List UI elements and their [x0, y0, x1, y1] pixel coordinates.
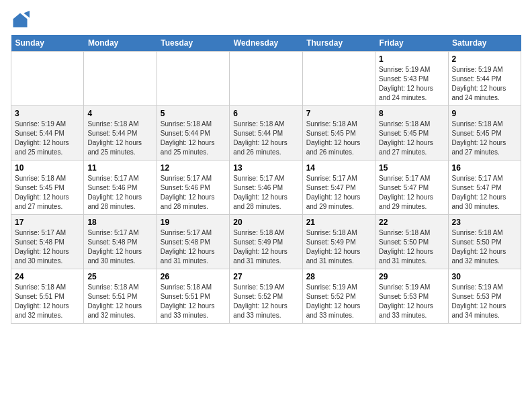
day-info: Sunrise: 5:18 AM Sunset: 5:49 PM Dayligh… [233, 228, 298, 266]
day-info: Sunrise: 5:18 AM Sunset: 5:51 PM Dayligh… [161, 283, 226, 320]
calendar-cell [11, 52, 84, 106]
day-number: 19 [161, 218, 226, 227]
calendar-cell: 13Sunrise: 5:17 AM Sunset: 5:46 PM Dayli… [230, 161, 302, 215]
day-info: Sunrise: 5:19 AM Sunset: 5:43 PM Dayligh… [379, 65, 444, 103]
day-info: Sunrise: 5:18 AM Sunset: 5:49 PM Dayligh… [306, 228, 371, 266]
day-number: 5 [161, 109, 226, 118]
calendar-cell [230, 52, 302, 106]
day-number: 26 [161, 272, 226, 281]
day-number: 12 [161, 163, 226, 173]
logo-icon [11, 11, 30, 30]
calendar-cell: 3Sunrise: 5:19 AM Sunset: 5:44 PM Daylig… [11, 106, 84, 161]
day-info: Sunrise: 5:18 AM Sunset: 5:45 PM Dayligh… [452, 120, 517, 157]
calendar-cell: 6Sunrise: 5:18 AM Sunset: 5:44 PM Daylig… [230, 106, 302, 161]
day-number: 27 [233, 272, 298, 281]
calendar-cell: 12Sunrise: 5:17 AM Sunset: 5:46 PM Dayli… [157, 161, 229, 215]
calendar-header: SundayMondayTuesdayWednesdayThursdayFrid… [11, 35, 521, 52]
day-number: 8 [379, 109, 444, 118]
calendar-cell: 18Sunrise: 5:17 AM Sunset: 5:48 PM Dayli… [84, 215, 157, 269]
day-number: 16 [452, 163, 517, 173]
day-info: Sunrise: 5:19 AM Sunset: 5:53 PM Dayligh… [452, 283, 517, 320]
day-info: Sunrise: 5:17 AM Sunset: 5:47 PM Dayligh… [452, 174, 517, 212]
weekday-header: Wednesday [230, 35, 302, 52]
day-info: Sunrise: 5:19 AM Sunset: 5:53 PM Dayligh… [379, 283, 444, 320]
weekday-header: Thursday [302, 35, 375, 52]
day-number: 13 [233, 163, 298, 173]
calendar-cell: 2Sunrise: 5:19 AM Sunset: 5:44 PM Daylig… [448, 52, 521, 106]
day-info: Sunrise: 5:18 AM Sunset: 5:44 PM Dayligh… [87, 120, 152, 157]
day-number: 22 [379, 218, 444, 227]
day-info: Sunrise: 5:18 AM Sunset: 5:44 PM Dayligh… [233, 120, 298, 157]
calendar-cell: 16Sunrise: 5:17 AM Sunset: 5:47 PM Dayli… [448, 161, 521, 215]
calendar-cell: 8Sunrise: 5:18 AM Sunset: 5:45 PM Daylig… [375, 106, 448, 161]
weekday-header: Tuesday [157, 35, 229, 52]
calendar-cell: 25Sunrise: 5:18 AM Sunset: 5:51 PM Dayli… [84, 269, 157, 324]
day-info: Sunrise: 5:18 AM Sunset: 5:45 PM Dayligh… [306, 120, 371, 157]
svg-marker-1 [24, 11, 30, 18]
day-number: 1 [379, 54, 444, 64]
calendar-cell: 1Sunrise: 5:19 AM Sunset: 5:43 PM Daylig… [375, 52, 448, 106]
day-info: Sunrise: 5:19 AM Sunset: 5:52 PM Dayligh… [233, 283, 298, 320]
day-info: Sunrise: 5:19 AM Sunset: 5:52 PM Dayligh… [306, 283, 371, 320]
day-info: Sunrise: 5:17 AM Sunset: 5:46 PM Dayligh… [87, 174, 152, 212]
day-info: Sunrise: 5:17 AM Sunset: 5:46 PM Dayligh… [233, 174, 298, 212]
day-info: Sunrise: 5:18 AM Sunset: 5:51 PM Dayligh… [87, 283, 152, 320]
day-info: Sunrise: 5:18 AM Sunset: 5:44 PM Dayligh… [161, 120, 226, 157]
day-number: 7 [306, 109, 371, 118]
weekday-header: Saturday [448, 35, 521, 52]
calendar-cell [84, 52, 157, 106]
day-number: 14 [306, 163, 371, 173]
calendar-cell: 24Sunrise: 5:18 AM Sunset: 5:51 PM Dayli… [11, 269, 84, 324]
calendar-cell [302, 52, 375, 106]
day-number: 29 [379, 272, 444, 281]
svg-marker-0 [13, 13, 28, 28]
calendar-cell: 23Sunrise: 5:18 AM Sunset: 5:50 PM Dayli… [448, 215, 521, 269]
day-info: Sunrise: 5:17 AM Sunset: 5:47 PM Dayligh… [379, 174, 444, 212]
day-number: 21 [306, 218, 371, 227]
calendar-cell: 9Sunrise: 5:18 AM Sunset: 5:45 PM Daylig… [448, 106, 521, 161]
weekday-header: Monday [84, 35, 157, 52]
day-number: 25 [87, 272, 152, 281]
day-number: 10 [15, 163, 80, 173]
day-number: 9 [452, 109, 517, 118]
calendar-cell: 30Sunrise: 5:19 AM Sunset: 5:53 PM Dayli… [448, 269, 521, 324]
calendar-cell: 11Sunrise: 5:17 AM Sunset: 5:46 PM Dayli… [84, 161, 157, 215]
calendar-cell: 14Sunrise: 5:17 AM Sunset: 5:47 PM Dayli… [302, 161, 375, 215]
calendar-cell: 4Sunrise: 5:18 AM Sunset: 5:44 PM Daylig… [84, 106, 157, 161]
calendar-cell: 15Sunrise: 5:17 AM Sunset: 5:47 PM Dayli… [375, 161, 448, 215]
day-info: Sunrise: 5:19 AM Sunset: 5:44 PM Dayligh… [15, 120, 80, 157]
calendar-cell: 27Sunrise: 5:19 AM Sunset: 5:52 PM Dayli… [230, 269, 302, 324]
day-number: 20 [233, 218, 298, 227]
calendar-cell: 5Sunrise: 5:18 AM Sunset: 5:44 PM Daylig… [157, 106, 229, 161]
day-info: Sunrise: 5:18 AM Sunset: 5:51 PM Dayligh… [15, 283, 80, 320]
day-info: Sunrise: 5:17 AM Sunset: 5:47 PM Dayligh… [306, 174, 371, 212]
day-info: Sunrise: 5:19 AM Sunset: 5:44 PM Dayligh… [452, 65, 517, 103]
calendar-cell [157, 52, 229, 106]
weekday-header: Sunday [11, 35, 84, 52]
calendar-table: SundayMondayTuesdayWednesdayThursdayFrid… [11, 35, 521, 324]
day-number: 28 [306, 272, 371, 281]
page-header [11, 11, 521, 30]
calendar-cell: 28Sunrise: 5:19 AM Sunset: 5:52 PM Dayli… [302, 269, 375, 324]
day-number: 11 [87, 163, 152, 173]
day-info: Sunrise: 5:17 AM Sunset: 5:48 PM Dayligh… [87, 228, 152, 266]
day-number: 24 [15, 272, 80, 281]
day-number: 23 [452, 218, 517, 227]
day-number: 15 [379, 163, 444, 173]
day-info: Sunrise: 5:18 AM Sunset: 5:45 PM Dayligh… [15, 174, 80, 212]
day-info: Sunrise: 5:17 AM Sunset: 5:46 PM Dayligh… [161, 174, 226, 212]
day-number: 3 [15, 109, 80, 118]
day-info: Sunrise: 5:18 AM Sunset: 5:45 PM Dayligh… [379, 120, 444, 157]
calendar-cell: 19Sunrise: 5:17 AM Sunset: 5:48 PM Dayli… [157, 215, 229, 269]
calendar-cell: 21Sunrise: 5:18 AM Sunset: 5:49 PM Dayli… [302, 215, 375, 269]
day-number: 18 [87, 218, 152, 227]
calendar-cell: 17Sunrise: 5:17 AM Sunset: 5:48 PM Dayli… [11, 215, 84, 269]
calendar-cell: 10Sunrise: 5:18 AM Sunset: 5:45 PM Dayli… [11, 161, 84, 215]
day-info: Sunrise: 5:17 AM Sunset: 5:48 PM Dayligh… [161, 228, 226, 266]
logo [11, 11, 32, 30]
calendar-cell: 7Sunrise: 5:18 AM Sunset: 5:45 PM Daylig… [302, 106, 375, 161]
day-info: Sunrise: 5:17 AM Sunset: 5:48 PM Dayligh… [15, 228, 80, 266]
weekday-header: Friday [375, 35, 448, 52]
calendar-cell: 22Sunrise: 5:18 AM Sunset: 5:50 PM Dayli… [375, 215, 448, 269]
day-number: 6 [233, 109, 298, 118]
